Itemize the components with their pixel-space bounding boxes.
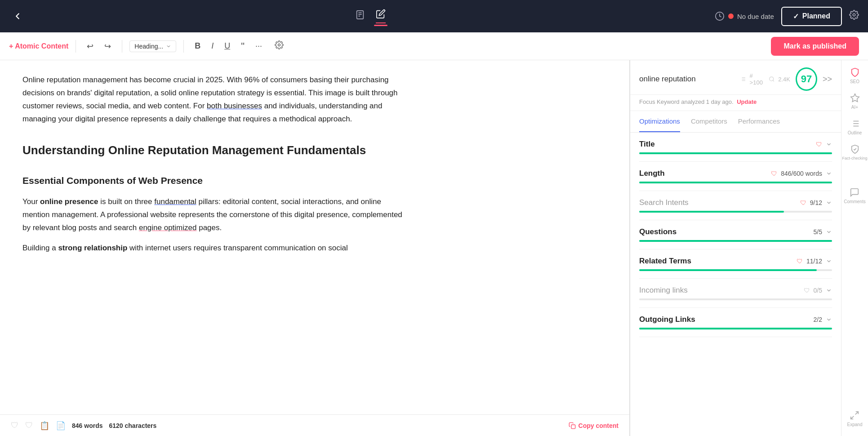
update-link[interactable]: Update [737, 98, 757, 105]
incoming-links-shield-icon: 🛡 [804, 287, 810, 294]
edit-icon[interactable] [376, 9, 386, 23]
length-progress-container [639, 182, 832, 183]
document-icon[interactable] [355, 10, 365, 22]
outgoing-links-progress-bar [639, 328, 832, 329]
copy-content-button[interactable]: Copy content [569, 422, 619, 429]
volume-label: 2.4K [778, 76, 790, 83]
editor-content[interactable]: Online reputation management has become … [22, 74, 409, 255]
ai-icon-btn[interactable]: AI+ [850, 93, 860, 110]
seo-icon-btn[interactable]: SEO [850, 67, 860, 84]
word-count: 846 words [72, 422, 102, 429]
svg-rect-0 [357, 11, 364, 19]
search-intents-progress-bar [639, 211, 784, 213]
outgoing-links-count: 2/2 [814, 316, 822, 323]
toolbar-divider-1 [76, 40, 76, 53]
svg-point-14 [769, 77, 773, 81]
back-button[interactable] [9, 8, 26, 25]
status-bar: 🛡 🛡 📋 📄 846 words 6120 characters Copy c… [0, 414, 629, 436]
opt-item-outgoing-links: Outgoing Links 2/2 [639, 308, 832, 337]
sidebar-expand-icon[interactable]: >> [823, 75, 832, 84]
planned-button[interactable]: ✓ Planned [781, 7, 842, 26]
expand-icon-btn[interactable]: Expand [847, 410, 863, 427]
heading-select[interactable]: Heading... [129, 40, 176, 52]
settings-icon[interactable] [849, 10, 859, 22]
atomic-content-brand[interactable]: + Atomic Content [9, 42, 68, 50]
related-terms-progress-bar [639, 269, 817, 271]
incoming-links-count: 0/5 [814, 287, 822, 294]
keyword-icons: # >100 2.4K [740, 72, 790, 86]
questions-progress-container [639, 240, 832, 242]
bold-button[interactable]: B [191, 39, 204, 53]
comments-label: Comments [844, 199, 865, 204]
questions-count: 5/5 [814, 228, 822, 236]
related-terms-shield-icon: 🛡 [797, 258, 803, 265]
toolbar-divider-3 [183, 40, 184, 53]
ai-label: AI+ [851, 105, 858, 110]
outline-icon-btn[interactable]: Outline [848, 119, 862, 135]
opt-item-length: Length 🛡 846/600 words [639, 162, 832, 191]
sidebar-icons-col: SEO AI+ Outline Fact-checking Comments [841, 60, 868, 436]
related-terms-count: 11/12 [806, 258, 822, 265]
more-button[interactable]: ··· [252, 39, 266, 53]
top-nav: No due date ✓ Planned [0, 0, 868, 32]
search-intents-shield-icon: 🛡 [800, 199, 806, 206]
planned-label: Planned [802, 12, 830, 20]
underline-button[interactable]: U [221, 39, 234, 53]
related-terms-progress-container [639, 269, 832, 271]
main-layout: Online reputation management has become … [0, 60, 868, 436]
keyword-input[interactable] [639, 75, 734, 84]
comments-icon-btn[interactable]: Comments [844, 187, 865, 204]
sidebar-tabs: Optimizations Competitors Performances [630, 111, 841, 133]
svg-line-15 [773, 80, 774, 81]
heading-label: Heading... [134, 43, 163, 50]
length-progress-bar [639, 182, 832, 183]
quote-button[interactable]: " [237, 38, 248, 55]
score-circle: 97 [796, 67, 817, 91]
opt-item-questions: Questions 5/5 [639, 220, 832, 249]
title-progress-container [639, 152, 832, 154]
toolbar-divider-2 [122, 40, 122, 53]
status-shield-icon-2: 🛡 [25, 421, 33, 430]
mark-published-button[interactable]: Mark as published [771, 37, 859, 56]
opt-item-search-intents: Search Intents 🛡 9/12 [639, 191, 832, 220]
tab-performances[interactable]: Performances [738, 111, 780, 132]
status-outline-icon: 📋 [40, 421, 49, 431]
undo-button[interactable]: ↩ [83, 39, 97, 54]
due-date: No due date [715, 11, 774, 21]
due-date-dot [728, 13, 734, 19]
opt-item-related-terms: Related Terms 🛡 11/12 [639, 249, 832, 279]
checkmark-icon: ✓ [793, 12, 799, 21]
opt-items: Title 🛡 Length 🛡 [630, 133, 841, 337]
svg-line-23 [851, 416, 854, 419]
editor-paragraph-2: Your online presence is built on three f… [22, 196, 409, 235]
svg-point-6 [278, 44, 280, 46]
redo-button[interactable]: ↪ [101, 39, 115, 54]
opt-item-title: Title 🛡 [639, 133, 832, 162]
svg-rect-7 [571, 425, 575, 429]
analyzed-text: Focus Keyword analyzed 1 day ago. Update [630, 95, 841, 111]
hash-label: # >100 [750, 72, 765, 86]
seo-label: SEO [850, 79, 859, 84]
status-shield-icon: 🛡 [11, 421, 19, 430]
outline-label: Outline [848, 130, 862, 135]
search-intents-count: 9/12 [810, 199, 822, 206]
status-doc-icon: 📄 [56, 421, 66, 431]
tab-competitors[interactable]: Competitors [691, 111, 727, 132]
editor-heading-1: Understanding Online Reputation Manageme… [22, 140, 409, 160]
editor-paragraph-3: Building a strong relationship with inte… [22, 242, 409, 255]
italic-button[interactable]: I [208, 39, 217, 53]
incoming-links-progress-container [639, 298, 832, 300]
factcheck-icon-btn[interactable]: Fact-checking [842, 144, 867, 160]
sidebar-main: # >100 2.4K 97 >> Focus Keyword analyzed… [630, 60, 841, 436]
tab-optimizations[interactable]: Optimizations [639, 111, 680, 132]
svg-line-22 [855, 412, 858, 414]
title-shield-icon: 🛡 [816, 141, 822, 148]
outgoing-links-progress-container [639, 328, 832, 329]
toolbar: + Atomic Content ↩ ↪ Heading... B I U " … [0, 32, 868, 60]
expand-label: Expand [847, 422, 863, 427]
right-sidebar: # >100 2.4K 97 >> Focus Keyword analyzed… [630, 60, 868, 436]
svg-point-5 [853, 13, 855, 16]
opt-item-incoming-links: Incoming links 🛡 0/5 [639, 279, 832, 308]
link-both[interactable]: both businesses [207, 102, 262, 110]
editor-settings-button[interactable] [275, 40, 284, 52]
